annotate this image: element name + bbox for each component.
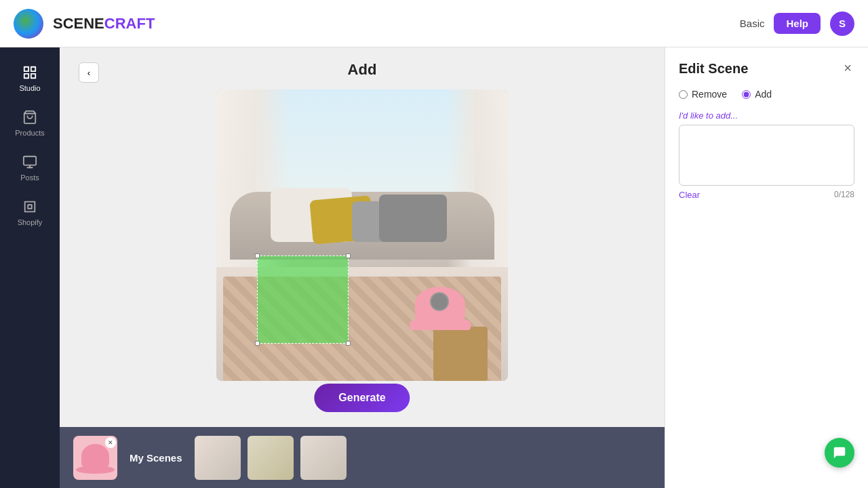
generate-button[interactable]: Generate: [314, 384, 410, 412]
svg-rect-3: [31, 74, 35, 78]
selection-handle-tr[interactable]: [346, 253, 351, 258]
product-thumbnail[interactable]: ✕: [73, 436, 117, 480]
scene-thumb-1-inner: [195, 436, 241, 480]
app-logo-text: SCENECRAFT: [53, 15, 155, 33]
help-button[interactable]: Help: [774, 13, 821, 34]
sidebar-item-studio[interactable]: Studio: [4, 57, 56, 99]
prompt-footer: Clear 0/128: [679, 190, 854, 200]
canvas-area: ‹ Add: [60, 47, 665, 427]
main-layout: Studio Products Posts S: [0, 47, 868, 488]
radio-add-text: Add: [755, 89, 772, 100]
radio-remove-text: Remove: [692, 89, 727, 100]
shopify-icon: [21, 198, 39, 216]
header: SCENECRAFT Basic Help S: [0, 0, 868, 47]
back-icon: ‹: [87, 68, 90, 78]
my-scenes-label: My Scenes: [130, 452, 182, 464]
thumb-hat-brim: [76, 466, 115, 474]
char-count: 0/128: [834, 190, 854, 200]
sidebar-item-shopify[interactable]: Shopify: [4, 191, 56, 233]
selection-handle-br[interactable]: [346, 341, 351, 346]
scene-thumb-3[interactable]: [300, 436, 347, 480]
header-right: Basic Help S: [740, 12, 854, 36]
prompt-textarea[interactable]: [679, 125, 854, 186]
radio-add[interactable]: [742, 90, 751, 99]
thumb-hat-crown: [81, 444, 109, 468]
products-icon: [21, 108, 39, 126]
studio-icon: [21, 64, 39, 81]
clear-button[interactable]: Clear: [679, 190, 700, 200]
hat-logo: [430, 292, 449, 311]
bedroom-bg: [216, 89, 508, 381]
selection-handle-tl[interactable]: [255, 253, 260, 258]
logo-craft: CRAFT: [104, 15, 155, 32]
radio-remove-label[interactable]: Remove: [679, 89, 727, 100]
bottom-strip: ✕ My Scenes: [60, 427, 665, 488]
sidebar-item-products[interactable]: Products: [4, 102, 56, 144]
svg-rect-5: [24, 157, 36, 165]
nightstand: [433, 327, 488, 381]
close-button[interactable]: ×: [838, 58, 857, 77]
logo-scene: SCENE: [53, 15, 104, 32]
edit-panel: Edit Scene × Remove Add I'd like to add.…: [665, 47, 868, 488]
sidebar-label-shopify: Shopify: [18, 218, 43, 226]
sidebar-label-products: Products: [15, 129, 44, 137]
svg-rect-0: [24, 67, 28, 71]
avatar[interactable]: S: [830, 12, 854, 36]
hat-brim: [410, 317, 471, 330]
scene-thumb-2-inner: [248, 436, 294, 480]
back-button[interactable]: ‹: [79, 62, 99, 83]
product-thumb-badge: ✕: [105, 437, 116, 448]
content-area: ‹ Add: [60, 47, 665, 488]
sidebar-label-studio: Studio: [19, 84, 40, 92]
selection-box[interactable]: [257, 256, 349, 344]
selection-handle-bl[interactable]: [255, 341, 260, 346]
radio-group: Remove Add: [679, 89, 854, 100]
radio-add-label[interactable]: Add: [742, 89, 772, 100]
radio-remove[interactable]: [679, 90, 688, 99]
basic-button[interactable]: Basic: [740, 18, 765, 29]
scene-thumb-2[interactable]: [248, 436, 294, 480]
app-logo-icon: [14, 9, 43, 39]
page-title: Add: [348, 61, 377, 79]
sidebar-item-posts[interactable]: Posts: [4, 146, 56, 188]
sidebar-label-posts: Posts: [20, 174, 39, 182]
svg-rect-1: [31, 67, 35, 71]
scene-thumbnails: [195, 436, 347, 480]
posts-icon: [21, 153, 39, 171]
edit-panel-title: Edit Scene: [679, 61, 854, 77]
svg-rect-2: [24, 74, 28, 78]
scene-thumb-1[interactable]: [195, 436, 241, 480]
pillow-gray1: [379, 195, 447, 242]
chat-button[interactable]: [825, 438, 854, 468]
sidebar: Studio Products Posts S: [0, 47, 60, 488]
pink-hat: [410, 286, 471, 330]
scene-thumb-3-inner: [300, 436, 347, 480]
scene-canvas[interactable]: [216, 89, 508, 381]
prompt-label: I'd like to add...: [679, 110, 854, 121]
